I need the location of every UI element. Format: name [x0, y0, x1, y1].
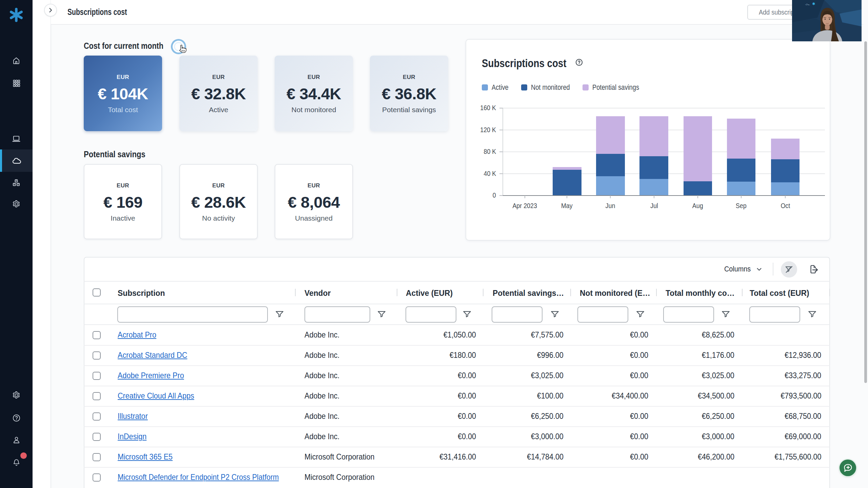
svg-text:·ı˘•–: ·ı˘•–: [805, 3, 810, 6]
svg-text:✱: ✱: [812, 2, 815, 6]
